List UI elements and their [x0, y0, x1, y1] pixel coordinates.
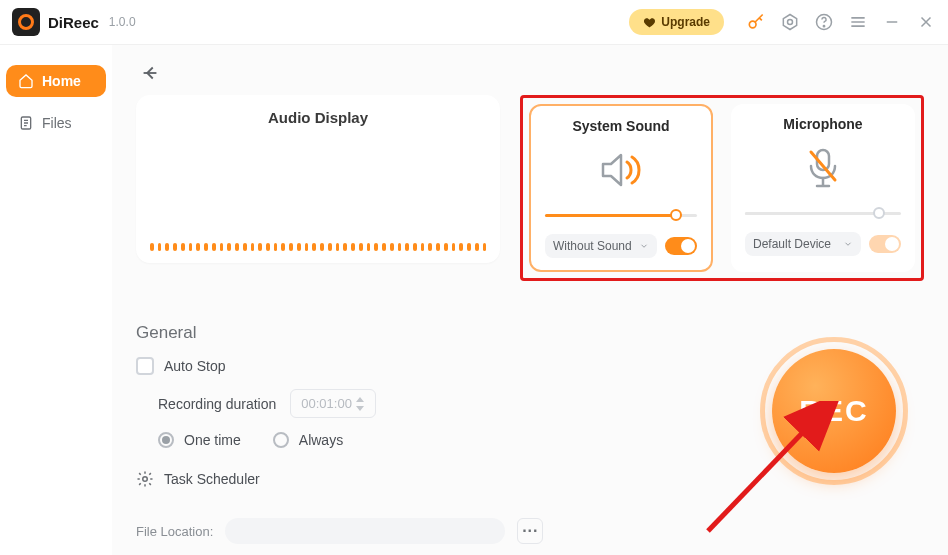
audio-waveform [150, 243, 486, 251]
svg-point-2 [788, 20, 793, 25]
menu-icon[interactable] [848, 12, 868, 32]
key-icon[interactable] [746, 12, 766, 32]
sidebar-item-label: Home [42, 73, 81, 89]
microphone-off-icon [803, 146, 843, 190]
microphone-slider[interactable] [745, 206, 901, 220]
app-name: DiReec [48, 14, 99, 31]
close-icon[interactable] [916, 12, 936, 32]
upgrade-label: Upgrade [661, 15, 710, 29]
microphone-select[interactable]: Default Device [745, 232, 861, 256]
sidebar: Home Files [0, 45, 112, 555]
file-location-field[interactable] [225, 518, 505, 544]
record-button-label: REC [799, 394, 868, 428]
always-label: Always [299, 432, 343, 448]
main-panel: Audio Display System Sound Without Sound [112, 45, 948, 555]
chevron-down-icon [843, 239, 853, 249]
speaker-icon [597, 148, 645, 192]
auto-stop-label: Auto Stop [164, 358, 226, 374]
chevron-down-icon [639, 241, 649, 251]
upgrade-button[interactable]: Upgrade [629, 9, 724, 35]
system-sound-select-value: Without Sound [553, 239, 632, 253]
audio-display-title: Audio Display [268, 109, 368, 126]
system-sound-select[interactable]: Without Sound [545, 234, 657, 258]
recording-duration-label: Recording duration [158, 396, 276, 412]
system-sound-title: System Sound [572, 118, 669, 134]
app-logo [12, 8, 40, 36]
home-icon [18, 73, 34, 89]
sidebar-item-label: Files [42, 115, 72, 131]
one-time-label: One time [184, 432, 241, 448]
record-button[interactable]: REC [760, 337, 908, 485]
app-version: 1.0.0 [109, 15, 136, 29]
settings-hex-icon[interactable] [780, 12, 800, 32]
recording-duration-value: 00:01:00 [301, 396, 352, 411]
svg-point-7 [143, 477, 148, 482]
heart-icon [643, 16, 656, 29]
titlebar: DiReec 1.0.0 Upgrade [0, 0, 948, 45]
file-location-more-button[interactable]: ··· [517, 518, 543, 544]
svg-point-0 [749, 21, 756, 28]
files-icon [18, 115, 34, 131]
audio-display-card: Audio Display [136, 95, 500, 263]
stepper-icon [355, 397, 365, 411]
system-sound-card: System Sound Without Sound [529, 104, 713, 272]
help-icon[interactable] [814, 12, 834, 32]
system-sound-toggle[interactable] [665, 237, 697, 255]
audio-sources-highlight: System Sound Without Sound [520, 95, 924, 281]
general-heading: General [136, 323, 924, 343]
microphone-toggle[interactable] [869, 235, 901, 253]
one-time-radio[interactable]: One time [158, 432, 241, 448]
microphone-select-value: Default Device [753, 237, 831, 251]
sidebar-item-files[interactable]: Files [6, 107, 106, 139]
recording-duration-input[interactable]: 00:01:00 [290, 389, 376, 418]
svg-marker-1 [783, 15, 796, 30]
system-sound-slider[interactable] [545, 208, 697, 222]
file-location-label: File Location: [136, 524, 213, 539]
always-radio[interactable]: Always [273, 432, 343, 448]
minimize-icon[interactable] [882, 12, 902, 32]
sidebar-item-home[interactable]: Home [6, 65, 106, 97]
microphone-title: Microphone [783, 116, 862, 132]
microphone-card: Microphone Default Device [731, 104, 915, 272]
svg-point-4 [823, 26, 824, 27]
arrow-left-icon [139, 62, 161, 84]
auto-stop-checkbox[interactable] [136, 357, 154, 375]
task-scheduler-label: Task Scheduler [164, 471, 260, 487]
gear-icon [136, 470, 154, 488]
back-button[interactable] [136, 59, 164, 87]
